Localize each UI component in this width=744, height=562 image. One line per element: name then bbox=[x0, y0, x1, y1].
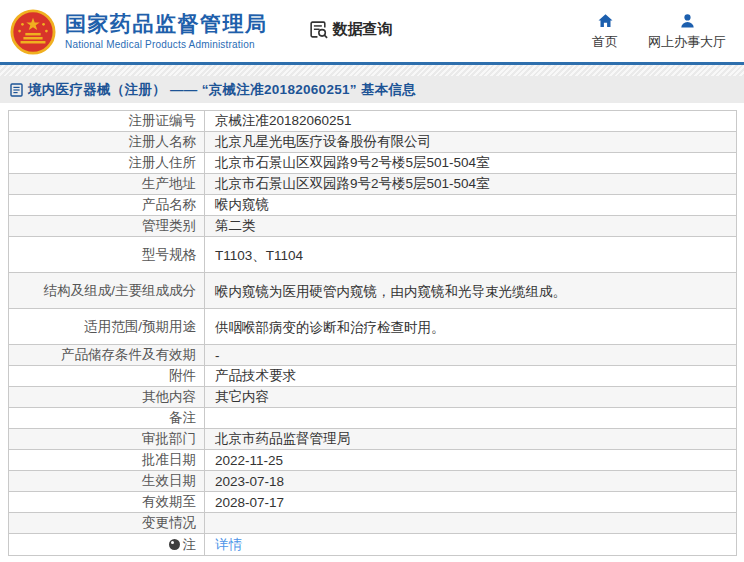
row-value-text: 喉内窥镜 bbox=[215, 196, 269, 214]
row-value-text: 北京市石景山区双园路9号2号楼5层501-504室 bbox=[215, 154, 490, 172]
breadcrumb: 境内医疗器械（注册） —— “京械注准20182060251” 基本信息 bbox=[0, 76, 744, 103]
row-label: 结构及组成/主要组成成分 bbox=[9, 273, 205, 308]
user-icon bbox=[679, 13, 696, 29]
table-row: 备注 bbox=[9, 408, 736, 429]
data-query-button[interactable]: 数据查询 bbox=[308, 19, 393, 40]
data-query-icon bbox=[308, 19, 329, 40]
row-label-text: 注册人住所 bbox=[129, 154, 197, 172]
row-label: 注 bbox=[9, 534, 205, 555]
row-value bbox=[205, 408, 736, 428]
row-label: 批准日期 bbox=[9, 450, 205, 470]
row-value-text: 第二类 bbox=[215, 217, 256, 235]
row-label: 产品名称 bbox=[9, 195, 205, 215]
row-label-text: 产品名称 bbox=[142, 196, 196, 214]
table-row: 产品名称喉内窥镜 bbox=[9, 195, 736, 216]
row-label-text: 结构及组成/主要组成成分 bbox=[44, 282, 196, 300]
row-label-text: 注 bbox=[183, 536, 197, 554]
row-label-text: 变更情况 bbox=[142, 514, 196, 532]
table-row: 适用范围/预期用途供咽喉部病变的诊断和治疗检查时用。 bbox=[9, 309, 736, 345]
row-value: 2022-11-25 bbox=[205, 450, 736, 470]
row-label-text: 生效日期 bbox=[142, 472, 196, 490]
row-label-text: 附件 bbox=[169, 367, 196, 385]
nav-item-label: 网上办事大厅 bbox=[648, 33, 726, 51]
row-label: 注册人名称 bbox=[9, 132, 205, 152]
data-query-label: 数据查询 bbox=[333, 20, 393, 39]
table-row: 附件产品技术要求 bbox=[9, 366, 736, 387]
site-logo[interactable]: 国家药品监督管理局 National Medical Products Admi… bbox=[10, 7, 268, 55]
row-value: 北京凡星光电医疗设备股份有限公司 bbox=[205, 132, 736, 152]
table-row: 注册证编号京械注准20182060251 bbox=[9, 111, 736, 132]
row-label: 审批部门 bbox=[9, 429, 205, 449]
row-value-text: 北京凡星光电医疗设备股份有限公司 bbox=[215, 133, 431, 151]
table-row: 注册人住所北京市石景山区双园路9号2号楼5层501-504室 bbox=[9, 153, 736, 174]
nav-item-service-hall[interactable]: 网上办事大厅 bbox=[648, 11, 726, 51]
row-label-text: 其他内容 bbox=[142, 388, 196, 406]
row-label-text: 有效期至 bbox=[142, 493, 196, 511]
info-table: 注册证编号京械注准20182060251注册人名称北京凡星光电医疗设备股份有限公… bbox=[8, 110, 737, 556]
row-value: 喉内窥镜 bbox=[205, 195, 736, 215]
row-label-text: 注册人名称 bbox=[129, 133, 197, 151]
org-name-cn: 国家药品监督管理局 bbox=[65, 12, 268, 36]
row-value-text: 产品技术要求 bbox=[215, 367, 296, 385]
row-label: 有效期至 bbox=[9, 492, 205, 512]
table-row: 结构及组成/主要组成成分喉内窥镜为医用硬管内窥镜，由内窥镜和光导束光缆组成。 bbox=[9, 273, 736, 309]
row-label-text: 审批部门 bbox=[142, 430, 196, 448]
row-value: 2023-07-18 bbox=[205, 471, 736, 491]
home-icon bbox=[597, 13, 614, 29]
row-value-text: 2023-07-18 bbox=[215, 474, 284, 489]
row-label-text: 生产地址 bbox=[142, 175, 196, 193]
row-label-text: 备注 bbox=[169, 409, 196, 427]
table-row: 管理类别第二类 bbox=[9, 216, 736, 237]
note-icon bbox=[169, 539, 180, 550]
site-header: 国家药品监督管理局 National Medical Products Admi… bbox=[0, 0, 744, 62]
row-value: 详情 bbox=[205, 534, 736, 555]
row-value: 供咽喉部病变的诊断和治疗检查时用。 bbox=[205, 309, 736, 344]
row-value: 产品技术要求 bbox=[205, 366, 736, 386]
row-label: 变更情况 bbox=[9, 513, 205, 533]
row-value-text: 京械注准20182060251 bbox=[215, 112, 352, 130]
row-value-text: 供咽喉部病变的诊断和治疗检查时用。 bbox=[215, 319, 445, 337]
table-row: 变更情况 bbox=[9, 513, 736, 534]
row-value: 北京市药品监督管理局 bbox=[205, 429, 736, 449]
row-label-text: 注册证编号 bbox=[129, 112, 197, 130]
table-row: 有效期至2028-07-17 bbox=[9, 492, 736, 513]
national-emblem-icon bbox=[10, 9, 56, 55]
row-label: 型号规格 bbox=[9, 237, 205, 272]
row-value: 其它内容 bbox=[205, 387, 736, 407]
row-value-text: 2028-07-17 bbox=[215, 495, 284, 510]
table-row: 批准日期2022-11-25 bbox=[9, 450, 736, 471]
row-label: 管理类别 bbox=[9, 216, 205, 236]
row-label-text: 型号规格 bbox=[142, 246, 196, 264]
row-value: T1103、T1104 bbox=[205, 237, 736, 272]
row-label: 生产地址 bbox=[9, 174, 205, 194]
top-nav: 首页 网上办事大厅 bbox=[592, 11, 726, 51]
row-value: 喉内窥镜为医用硬管内窥镜，由内窥镜和光导束光缆组成。 bbox=[205, 273, 736, 308]
row-value-text: 2022-11-25 bbox=[215, 453, 283, 468]
row-value: 第二类 bbox=[205, 216, 736, 236]
row-label-text: 管理类别 bbox=[142, 217, 196, 235]
row-label: 注册人住所 bbox=[9, 153, 205, 173]
row-value: 北京市石景山区双园路9号2号楼5层501-504室 bbox=[205, 174, 736, 194]
table-row: 生效日期2023-07-18 bbox=[9, 471, 736, 492]
nav-item-home[interactable]: 首页 bbox=[592, 11, 618, 51]
row-value-text: T1103、T1104 bbox=[215, 247, 303, 265]
row-label: 生效日期 bbox=[9, 471, 205, 491]
row-value bbox=[205, 513, 736, 533]
row-value-text: - bbox=[215, 348, 220, 363]
row-label-text: 产品储存条件及有效期 bbox=[61, 346, 196, 364]
row-label: 附件 bbox=[9, 366, 205, 386]
hatched-strip bbox=[0, 65, 744, 76]
row-label-text: 适用范围/预期用途 bbox=[84, 318, 196, 336]
org-name-en: National Medical Products Administration bbox=[65, 39, 268, 50]
nav-item-label: 首页 bbox=[592, 33, 618, 51]
row-label: 备注 bbox=[9, 408, 205, 428]
row-value-text: 北京市药品监督管理局 bbox=[215, 430, 350, 448]
row-label: 注册证编号 bbox=[9, 111, 205, 131]
document-icon bbox=[10, 83, 23, 97]
row-label-text: 批准日期 bbox=[142, 451, 196, 469]
detail-link[interactable]: 详情 bbox=[215, 536, 242, 554]
row-value: 2028-07-17 bbox=[205, 492, 736, 512]
row-label: 适用范围/预期用途 bbox=[9, 309, 205, 344]
row-label: 产品储存条件及有效期 bbox=[9, 345, 205, 365]
row-value: 京械注准20182060251 bbox=[205, 111, 736, 131]
